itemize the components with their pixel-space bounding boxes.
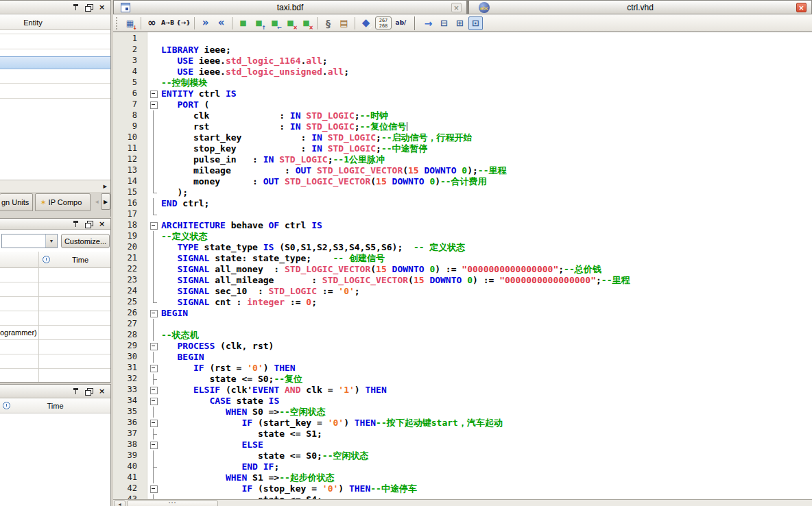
fit-selection-icon[interactable]: ⊟ [437,16,451,30]
code-line[interactable]: LIBRARY ieee; [161,45,231,56]
code-line[interactable]: WHEN S1 =>--起步价状态 [161,472,335,483]
code-text[interactable]: LIBRARY ieee; USE ieee.std_logic_1164.al… [161,32,812,506]
code-line[interactable]: ); [161,187,188,198]
match-delimiter-icon[interactable]: {→} [176,16,191,30]
code-line[interactable]: rst : IN STD_LOGIC;--复位信号 [161,121,407,132]
fold-collapse-icon[interactable] [147,385,160,396]
cascade-window-icon[interactable]: ⊞ [453,16,467,30]
comment-icon[interactable]: ab/ [394,16,408,30]
maximize-window-icon[interactable]: ⊡ [468,16,483,30]
replace-icon[interactable]: A→B [160,16,175,30]
task-row[interactable] [0,354,110,369]
task-row[interactable] [0,340,110,354]
code-line[interactable]: BEGIN [161,308,188,319]
close-icon[interactable]: × [97,220,106,228]
task-row[interactable]: ogrammer) [0,326,110,340]
code-line[interactable]: state <= S0;--复位 [161,374,302,385]
selected-hierarchy-row[interactable] [0,56,110,69]
scroll-left-icon[interactable]: ◄ [114,501,126,506]
customize-button[interactable]: Customize... [61,234,110,248]
code-line[interactable]: ELSE [161,439,263,450]
task-row[interactable] [0,268,110,282]
code-line[interactable]: PORT ( [161,99,209,110]
fold-collapse-icon[interactable] [147,363,160,374]
line-count-indicator[interactable]: 267268 [375,16,392,29]
editor-horizontal-scrollbar[interactable]: ◄ ··· [113,499,812,506]
fold-collapse-icon[interactable] [147,396,160,407]
tab-scroll-right-icon[interactable]: ▶ [101,193,110,210]
fold-collapse-icon[interactable] [147,439,160,450]
fold-collapse-icon[interactable] [147,341,160,352]
code-line[interactable]: WHEN S0 =>--空闲状态 [161,407,326,418]
code-line[interactable]: USE ieee.std_logic_unsigned.all; [161,67,349,77]
code-line[interactable]: IF (start_key = '0') THEN--按下起动键start，汽车… [161,418,503,429]
code-line[interactable]: --定义状态 [161,231,208,242]
insert-bookmark-icon[interactable]: ■ [236,16,250,30]
pin-icon[interactable] [71,3,80,12]
code-line[interactable]: clk : IN STD_LOGIC;--时钟 [161,110,388,121]
pin-icon[interactable] [71,387,80,396]
float-icon[interactable] [84,3,93,12]
code-line[interactable]: SIGNAL all_money : STD_LOGIC_VECTOR(15 D… [161,264,601,275]
template-scroll-icon[interactable]: ▤ [337,16,351,30]
code-line[interactable]: state <= S0;--空闲状态 [161,450,368,461]
fold-collapse-icon[interactable] [147,99,160,110]
fold-collapse-icon[interactable] [147,418,160,429]
code-line[interactable]: CASE state IS [161,396,279,407]
code-line[interactable]: SIGNAL sec_10 : STD_LOGIC := '0'; [161,286,360,297]
chevron-down-icon[interactable]: ▼ [45,234,57,248]
task-row[interactable] [0,297,110,311]
flow-select[interactable]: ▼ [1,234,58,248]
toolbar-drag-handle[interactable] [116,17,119,29]
code-line[interactable]: TYPE state_type IS (S0,S1,S2,S3,S4,S5,S6… [161,242,465,253]
code-line[interactable]: SIGNAL all_mileage : STD_LOGIC_VECTOR(15… [161,275,630,286]
hierarchy-horizontal-scrollbar[interactable]: ▸ [0,180,110,192]
close-icon[interactable]: × [796,3,807,12]
code-line[interactable]: IF (stop_key = '0') THEN--中途停车 [161,483,417,494]
find-icon[interactable]: ∞ [145,16,159,30]
code-line[interactable]: SIGNAL state: state_type; -- 创建信号 [161,253,385,264]
code-line[interactable]: --控制模块 [161,77,208,88]
code-line[interactable]: start_key : IN STD_LOGIC;--启动信号，行程开始 [161,132,473,143]
fold-collapse-icon[interactable] [147,308,160,319]
goto-location-icon[interactable]: → [421,16,435,30]
code-line[interactable]: SIGNAL cnt : integer := 0; [161,297,317,308]
tab-scroll-left-icon[interactable]: ◄ [93,193,101,210]
log-table-header[interactable]: Time [0,398,110,413]
float-icon[interactable] [84,220,93,228]
code-line[interactable]: IF (rst = '0') THEN [161,363,296,374]
tab-taxi-bdf[interactable]: taxi.bdf × [113,0,467,14]
code-line[interactable]: ELSIF (clk'EVENT AND clk = '1') THEN [161,385,387,396]
code-line[interactable]: USE ieee.std_logic_1164.all; [161,56,328,67]
code-line[interactable]: stop_key : IN STD_LOGIC;--中途暂停 [161,143,428,154]
code-line[interactable]: pulse_in : IN STD_LOGIC;--1公里脉冲 [161,154,385,165]
code-line[interactable]: ARCHITECTURE behave OF ctrl IS [161,220,322,231]
code-line[interactable]: ENTITY ctrl IS [161,88,237,99]
fold-collapse-icon[interactable] [147,220,160,231]
close-icon[interactable]: × [97,3,106,12]
close-icon[interactable]: × [451,3,462,12]
pin-icon[interactable] [71,220,80,228]
code-line[interactable]: money : OUT STD_LOGIC_VECTOR(15 DOWNTO 0… [161,176,487,187]
code-line[interactable]: BEGIN [161,352,204,363]
scroll-right-icon[interactable]: ▸ [103,182,107,191]
check-syntax-icon[interactable]: ◆✓ [359,16,373,30]
fold-collapse-icon[interactable] [147,88,160,99]
close-icon[interactable]: × [97,387,106,396]
attachment-icon[interactable]: § [321,16,335,30]
increase-indent-icon[interactable]: » [198,16,213,30]
code-line[interactable]: END ctrl; [161,198,209,209]
code-line[interactable]: --状态机 [161,330,199,341]
code-line[interactable]: mileage : OUT STD_LOGIC_VECTOR(15 DOWNTO… [161,165,506,176]
code-editor[interactable]: 1234567891011121314151617181920212223242… [113,32,812,506]
code-line[interactable]: END IF; [161,461,279,472]
task-row[interactable] [0,282,110,297]
code-line[interactable]: state <= S1; [161,429,322,439]
float-icon[interactable] [84,387,93,396]
next-bookmark-icon[interactable]: ■↑ [252,16,266,30]
code-line[interactable]: PROCESS (clk, rst) [161,341,274,352]
scrollbar-thumb[interactable]: ··· [127,501,218,506]
tab-design-units[interactable]: gn Units [0,193,33,211]
previous-bookmark-icon[interactable]: ■← [267,16,282,30]
delete-all-bookmarks-icon[interactable]: ■× [299,16,313,30]
